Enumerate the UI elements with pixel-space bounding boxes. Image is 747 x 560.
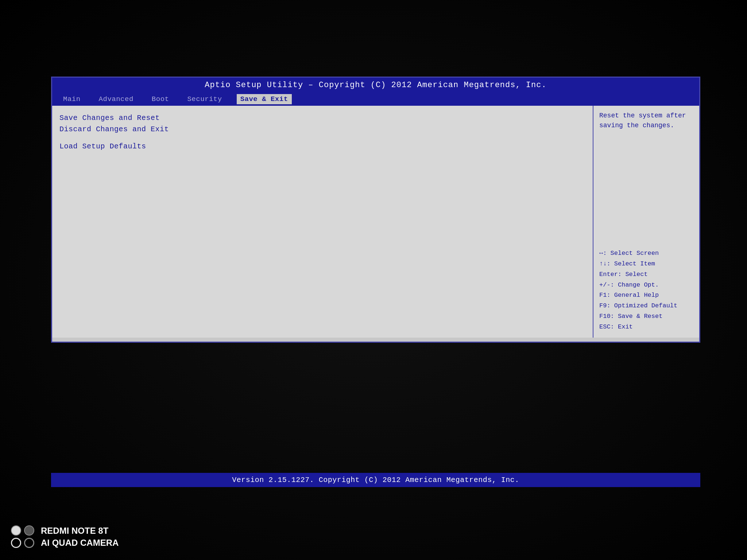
key-f10: F10: Save & Reset <box>599 311 693 322</box>
key-select-screen: ↔: Select Screen <box>599 248 693 259</box>
help-description: Reset the system after saving the change… <box>599 111 693 131</box>
key-esc: ESC: Exit <box>599 322 693 332</box>
bios-title: Aptio Setup Utility – Copyright (C) 2012… <box>205 81 546 90</box>
key-change-opt: +/-: Change Opt. <box>599 280 693 291</box>
main-content: Save Changes and Reset Discard Changes a… <box>52 106 699 338</box>
menu-item-load-defaults[interactable]: Load Setup Defaults <box>59 141 585 152</box>
menu-item-discard-exit[interactable]: Discard Changes and Exit <box>59 124 585 135</box>
cam-ring-1 <box>11 538 21 548</box>
camera-watermark: REDMI NOTE 8T AI QUAD CAMERA <box>11 525 119 549</box>
left-panel: Save Changes and Reset Discard Changes a… <box>52 106 593 338</box>
tab-main[interactable]: Main <box>59 94 84 104</box>
cam-circle-1 <box>11 525 21 536</box>
camera-bottom-row <box>11 538 34 548</box>
watermark-line1: REDMI NOTE 8T <box>41 525 119 537</box>
cam-ring-2 <box>24 538 34 548</box>
tab-boot[interactable]: Boot <box>148 94 173 104</box>
bios-screen: Aptio Setup Utility – Copyright (C) 2012… <box>51 77 700 343</box>
key-select-item: ↑↓: Select Item <box>599 259 693 269</box>
nav-bar: Main Advanced Boot Security Save & Exit <box>52 93 699 106</box>
right-panel: Reset the system after saving the change… <box>593 106 699 338</box>
camera-top-row <box>11 525 34 536</box>
tab-advanced[interactable]: Advanced <box>95 94 137 104</box>
footer-bar: Version 2.15.1227. Copyright (C) 2012 Am… <box>51 473 700 487</box>
key-enter: Enter: Select <box>599 269 693 280</box>
watermark-text: REDMI NOTE 8T AI QUAD CAMERA <box>41 525 119 549</box>
tab-save-exit[interactable]: Save & Exit <box>237 94 292 104</box>
camera-icon-group <box>11 525 34 548</box>
key-f1: F1: General Help <box>599 290 693 301</box>
footer-text: Version 2.15.1227. Copyright (C) 2012 Am… <box>232 476 519 484</box>
key-f9: F9: Optimized Default <box>599 301 693 311</box>
tab-security[interactable]: Security <box>183 94 225 104</box>
title-bar: Aptio Setup Utility – Copyright (C) 2012… <box>52 78 699 93</box>
cam-circle-2 <box>24 525 34 536</box>
key-help-section: ↔: Select Screen ↑↓: Select Item Enter: … <box>599 248 693 332</box>
menu-item-save-reset[interactable]: Save Changes and Reset <box>59 112 585 124</box>
watermark-line2: AI QUAD CAMERA <box>41 537 119 549</box>
menu-spacer <box>59 135 585 141</box>
